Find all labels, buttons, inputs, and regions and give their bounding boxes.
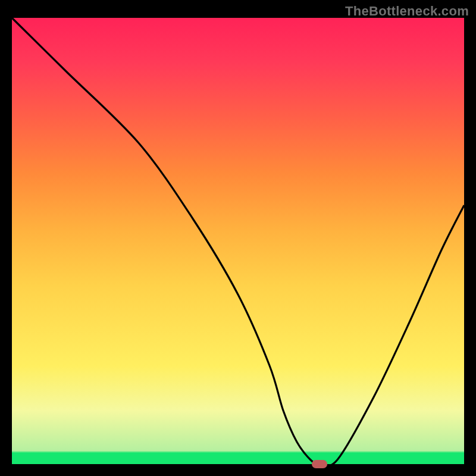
plot-area — [12, 18, 464, 464]
curve-path — [12, 18, 464, 466]
chart-container: TheBottleneck.com — [0, 0, 476, 476]
bottleneck-marker — [312, 460, 327, 468]
watermark-text: TheBottleneck.com — [345, 4, 469, 19]
bottleneck-curve — [12, 18, 464, 464]
